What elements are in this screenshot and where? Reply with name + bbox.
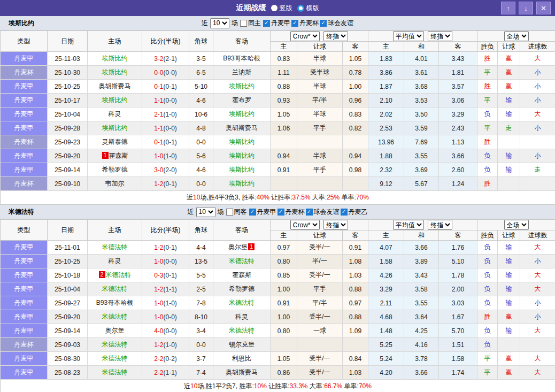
home-team-name: 霍森斯 (109, 152, 128, 159)
away-team-name: 米德法特 (229, 257, 255, 265)
handicap-away-odds: 0.78 (343, 66, 368, 80)
radio-unselected-icon[interactable] (271, 5, 278, 11)
avg-home-odds: 1.83 (368, 52, 404, 66)
final-odds-select-a[interactable]: 终指 (323, 220, 348, 230)
home-team-name: 埃斯比约 (102, 96, 128, 104)
handicap-home-odds: 1.11 (271, 66, 297, 80)
avg-draw-odds: 5.67 (404, 177, 439, 191)
halftime-score: (1-0) (164, 299, 177, 307)
date-cell: 25-09-28 (48, 121, 88, 135)
subcol-handicap-away: 客 (343, 42, 368, 52)
average-select[interactable]: 平均值 (393, 220, 424, 230)
handicap-line: 平手 (297, 163, 343, 177)
move-down-button[interactable]: ↓ (519, 2, 533, 14)
average-select[interactable]: 平均值 (393, 31, 424, 41)
average-odds-group: 平均值 终指 (368, 220, 477, 230)
checkbox-checked-icon[interactable]: ✓ (278, 209, 284, 216)
away-team-cell: 米德法特 (213, 255, 271, 268)
handicap-away-odds: 0.96 (343, 94, 368, 107)
checkbox-checked-icon[interactable]: ✓ (341, 209, 348, 216)
handicap-line: 平手 (297, 121, 343, 135)
league-filter[interactable]: ✓丹麦甲 (249, 207, 276, 217)
corner-cell: 2-5 (189, 282, 213, 296)
away-team-cell: 奥胡斯费马 (213, 366, 271, 380)
fulltime-score: 1-2 (154, 244, 163, 251)
same-venue-filter[interactable]: 同客 (226, 207, 247, 217)
checkbox-checked-icon[interactable]: ✓ (291, 20, 298, 27)
summary-cell: 近10场,胜4平3负3, 胜率:40% 让胜率:37.5% 大率:25% 单率:… (1, 191, 555, 205)
table-body: 丹麦甲25-11-01米德法特1-2(0-1)4-4奥尔堡10.97受半/一0.… (1, 241, 555, 380)
final-odds-select-a[interactable]: 终指 (323, 31, 348, 41)
league-filter[interactable]: ✓球会友谊 (320, 19, 353, 28)
fulltime-score: 0-1 (154, 139, 163, 146)
goals-result-cell: 小 (520, 80, 555, 94)
league-filter[interactable]: ✓球会友谊 (306, 207, 340, 217)
checkbox-unchecked-icon[interactable] (226, 209, 233, 216)
handicap-line: 一球 (297, 324, 343, 338)
checkbox-checked-icon[interactable]: ✓ (306, 209, 313, 216)
home-team-name: 韦加尔 (105, 180, 125, 187)
league-filter[interactable]: ✓丹麦杯 (291, 19, 319, 28)
date-cell: 25-10-30 (48, 66, 88, 80)
avg-away-odds: 3.29 (439, 107, 477, 121)
handicap-home-odds (271, 177, 297, 191)
league-filter[interactable]: ✓丹麦甲 (263, 19, 290, 28)
avg-draw-odds: 4.01 (404, 52, 439, 66)
away-team-cell: 埃斯比约 (213, 177, 271, 191)
move-up-button[interactable]: ↑ (501, 2, 515, 14)
recent-count-select[interactable]: 10 (196, 207, 215, 217)
col-date: 日期 (48, 31, 88, 52)
goals-result-cell (520, 338, 555, 352)
home-team-name: B93哥本哈根 (96, 299, 133, 306)
final-odds-select-b[interactable]: 终指 (428, 220, 452, 230)
fulltime-score: 1-2 (154, 180, 163, 188)
goals-result-cell: 小 (520, 94, 555, 107)
goals-result-cell: 大 (520, 282, 555, 296)
home-team-cell: 奥尔堡 (88, 324, 142, 338)
summary-segment: 大率: (308, 382, 325, 390)
recent-count-select[interactable]: 10 (210, 18, 229, 28)
layout-radio-vertical[interactable]: 竖版 (271, 4, 292, 13)
final-odds-select-b[interactable]: 终指 (428, 31, 452, 41)
radio-selected-icon[interactable] (297, 5, 304, 12)
date-cell: 25-08-23 (48, 366, 88, 380)
goals-result-cell: 大 (520, 52, 555, 66)
close-button[interactable]: ✕ (536, 2, 551, 14)
avg-away-odds: 1.67 (439, 310, 477, 324)
league-filter[interactable]: ✓丹麦乙 (341, 207, 368, 217)
avg-home-odds: 2.02 (368, 107, 404, 121)
corner-cell: 6-5 (189, 66, 213, 80)
handicap-result-cell (498, 135, 520, 149)
handicap-away-odds: 0.88 (343, 282, 368, 296)
fulltime-score: 0-3 (154, 272, 163, 279)
checkbox-checked-icon[interactable]: ✓ (249, 209, 256, 216)
match-row: 丹麦甲25-09-14希勒罗德3-0(2-0)4-6埃斯比约0.91平手0.98… (1, 163, 555, 177)
league-filter[interactable]: ✓丹麦杯 (278, 207, 305, 217)
avg-home-odds: 5.25 (368, 338, 404, 352)
avg-draw-odds: 3.55 (404, 149, 439, 163)
halftime-score: (0-1) (164, 272, 177, 279)
layout-radio-horizontal[interactable]: 横版 (297, 4, 319, 13)
checkbox-checked-icon[interactable]: ✓ (320, 20, 327, 27)
score-cell: 4-0(0-0) (142, 324, 189, 338)
league-cell: 丹麦甲 (1, 52, 48, 66)
bookmaker-select[interactable]: Crow* (290, 220, 320, 230)
avg-draw-odds: 4.16 (404, 338, 439, 352)
handicap-away-odds (343, 135, 368, 149)
league-filter-label: 球会友谊 (328, 19, 353, 28)
bookmaker-select[interactable]: Crow* (290, 31, 320, 41)
fulltime-score: 2-2 (154, 355, 163, 363)
away-team-cell: 埃斯比约 (213, 80, 271, 94)
checkbox-checked-icon[interactable]: ✓ (263, 20, 270, 27)
same-venue-filter[interactable]: 同主 (240, 19, 261, 28)
score-cell: 1-0(0-0) (142, 310, 189, 324)
handicap-away-odds: 1.00 (343, 80, 368, 94)
scope-select[interactable]: 全场 (504, 220, 529, 230)
checkbox-unchecked-icon[interactable] (240, 20, 247, 27)
fulltime-score: 1-0 (154, 258, 163, 265)
match-row: 丹麦甲25-11-03埃斯比约3-2(2-1)3-5B93哥本哈根0.83半球1… (1, 52, 555, 66)
team-section: 米德法特 近 10 场 同客 ✓丹麦甲✓丹麦杯✓球会友谊✓丹麦乙 (0, 205, 555, 392)
score-cell: 1-2(0-1) (142, 241, 189, 255)
result-cell: 平 (477, 352, 498, 366)
scope-select[interactable]: 全场 (504, 31, 529, 41)
